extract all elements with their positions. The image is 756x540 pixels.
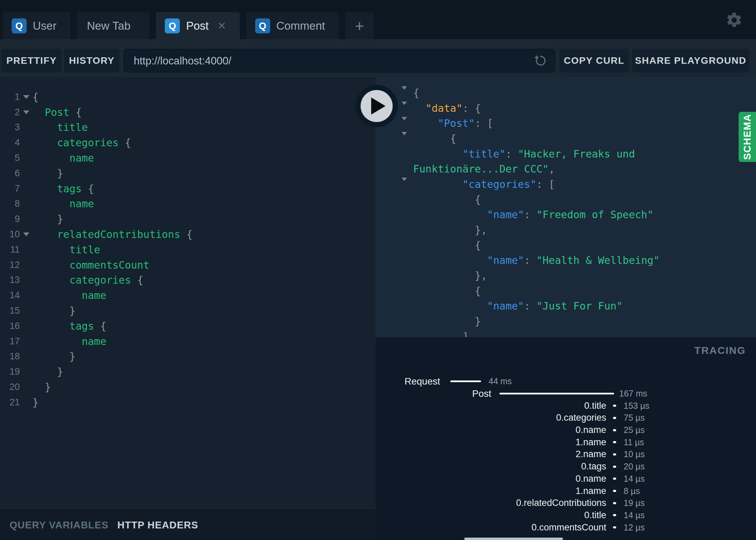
trace-span-label: 0.relatedContributions: [376, 498, 606, 508]
fold-arrow-icon[interactable]: [402, 117, 407, 126]
tab-bar: QUserNew TabQPost✕QComment+: [0, 0, 756, 39]
new-tab-plus-button[interactable]: +: [345, 12, 374, 39]
response-text: {: [413, 133, 456, 145]
response-line: "categories": [: [376, 177, 756, 192]
response-text: },: [413, 270, 487, 282]
line-number: 16: [0, 321, 20, 331]
fold-arrow-icon[interactable]: [402, 102, 407, 111]
fold-arrow-icon[interactable]: [23, 95, 29, 99]
tracing-spans: Request44 msPost167 ms0.title153 µs0.cat…: [376, 375, 756, 534]
duration-marker: [613, 441, 616, 443]
line-number: 5: [0, 153, 20, 163]
share-playground-button[interactable]: SHARE PLAYGROUND: [632, 49, 749, 73]
trace-row: Post167 ms: [376, 388, 756, 400]
tracing-title: TRACING: [694, 345, 746, 356]
code-text: name: [32, 289, 106, 301]
duration-marker: [613, 526, 616, 528]
line-number: 9: [0, 214, 20, 224]
tab-new-tab[interactable]: New Tab: [77, 12, 150, 39]
http-headers-tab[interactable]: HTTP HEADERS: [117, 520, 198, 531]
trace-row: 0.title153 µs: [376, 400, 756, 412]
fold-arrow-icon[interactable]: [402, 178, 407, 187]
tabs-container: QUserNew TabQPost✕QComment+: [3, 12, 374, 39]
response-text: {: [413, 194, 481, 206]
fold-arrow-icon[interactable]: [23, 232, 29, 236]
trace-span-duration: 167 ms: [619, 389, 647, 399]
fold-arrow-icon[interactable]: [402, 132, 407, 141]
trace-span-duration: 44 ms: [489, 376, 512, 386]
trace-row: 1.name8 µs: [376, 485, 756, 497]
duration-marker: [613, 429, 616, 431]
history-button[interactable]: HISTORY: [64, 49, 119, 73]
query-badge: Q: [255, 18, 270, 33]
endpoint-url-input[interactable]: [133, 49, 520, 73]
code-line: 11 title: [0, 242, 376, 257]
response-pane: { "data": { "Post": [ { "title": "Hacker…: [376, 77, 756, 337]
duration-marker: [613, 453, 616, 455]
duration-marker: [613, 405, 616, 407]
line-number: 13: [0, 275, 20, 285]
trace-span-label: 0.title: [376, 510, 606, 521]
duration-marker: [613, 466, 616, 468]
line-number: 14: [0, 290, 20, 301]
fold-gutter: [402, 90, 407, 96]
response-text: "name": "Health & Wellbeing": [413, 254, 659, 266]
editor-bottom-bar: QUERY VARIABLES HTTP HEADERS: [0, 510, 376, 540]
trace-span-label: 0.tags: [376, 461, 606, 472]
prettify-button[interactable]: PRETTIFY: [1, 49, 62, 73]
trace-row: 0.commentsCount12 µs: [376, 521, 756, 534]
tab-user[interactable]: QUser: [3, 12, 70, 39]
line-number: 21: [0, 397, 20, 408]
execute-query-button[interactable]: [355, 85, 398, 127]
close-tab-icon[interactable]: ✕: [218, 20, 226, 32]
response-line: {: [376, 192, 756, 207]
trace-row: 0.relatedContributions19 µs: [376, 497, 756, 509]
code-line: 13 categories {: [0, 273, 376, 288]
fold-arrow-icon[interactable]: [23, 110, 29, 114]
toolbar: PRETTIFY HISTORY COPY CURL SHARE PLAYGRO…: [0, 39, 756, 77]
response-text: "Post": [: [413, 117, 493, 129]
tab-label: Post: [186, 19, 208, 32]
query-variables-tab[interactable]: QUERY VARIABLES: [10, 520, 108, 531]
response-line: {: [376, 131, 756, 146]
code-line: 3 title: [0, 120, 376, 135]
copy-curl-button[interactable]: COPY CURL: [559, 49, 629, 73]
response-line: {: [376, 85, 756, 101]
code-line: 4 categories {: [0, 135, 376, 150]
code-text: {: [32, 91, 39, 103]
line-number: 4: [0, 137, 20, 148]
trace-row: 0.tags20 µs: [376, 461, 756, 473]
schema-side-tab[interactable]: SCHEMA: [739, 112, 756, 162]
line-number: 8: [0, 198, 20, 209]
settings-gear-icon[interactable]: [725, 11, 743, 29]
line-number: 6: [0, 168, 20, 179]
query-editor-pane[interactable]: 1{2 Post {3 title4 categories {5 name6 }…: [0, 77, 376, 510]
line-number: 19: [0, 366, 20, 377]
response-line: ]: [376, 329, 756, 337]
fold-gutter: [402, 135, 407, 141]
trace-span-duration: 75 µs: [624, 413, 645, 423]
response-line: }: [376, 314, 756, 329]
response-line: "name": "Just For Fun": [376, 299, 756, 314]
tab-post[interactable]: QPost✕: [156, 12, 239, 39]
code-line: 9 }: [0, 211, 376, 227]
fold-arrow-icon[interactable]: [402, 86, 407, 95]
line-number: 17: [0, 336, 20, 347]
trace-span-duration: 8 µs: [624, 486, 640, 496]
code-text: categories {: [32, 274, 143, 286]
response-line: "data": {: [376, 101, 756, 116]
fold-gutter: [20, 232, 32, 236]
trace-span-label: Post: [376, 388, 491, 399]
code-line: 10 relatedContributions {: [0, 227, 376, 242]
tab-comment[interactable]: QComment: [246, 12, 339, 39]
code-line: 6 }: [0, 166, 376, 181]
response-text: {: [413, 87, 419, 99]
duration-bar: [499, 393, 614, 394]
duration-marker: [613, 417, 616, 419]
trace-span-duration: 19 µs: [624, 498, 645, 508]
trace-span-label: Request: [376, 376, 440, 387]
trace-span-label: 1.name: [376, 437, 606, 448]
horizontal-scrollbar[interactable]: [464, 538, 563, 540]
tracing-panel: TRACING Request44 msPost167 ms0.title153…: [376, 337, 756, 540]
refresh-schema-icon[interactable]: [534, 54, 547, 68]
